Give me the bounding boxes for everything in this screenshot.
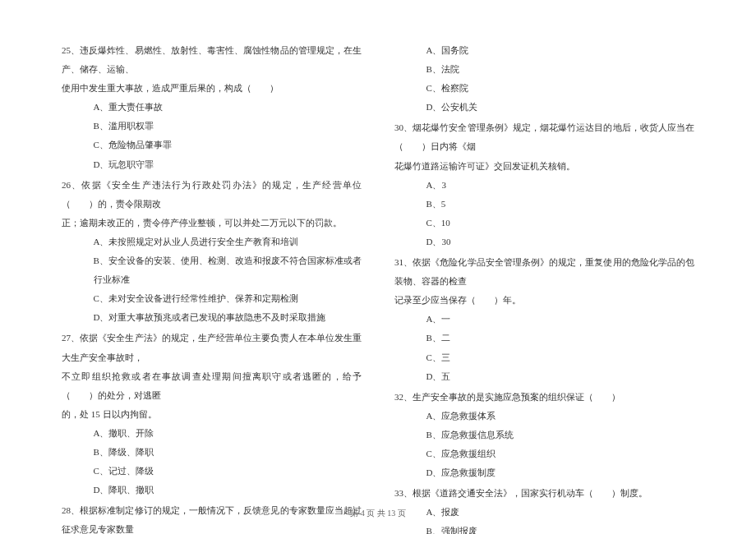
option-b: B、滥用职权罪 [62,117,362,136]
option-b: B、降级、降职 [62,443,362,462]
right-column: A、国务院 B、法院 C、检察院 D、公安机关 30、烟花爆竹安全管理条例》规定… [394,41,694,497]
question-26: 26、依据《安全生产违法行为行政处罚办法》的规定，生产经营单位（ ）的，责令限期… [62,176,362,328]
question-text: 的，处 15 日以内拘留。 [62,405,362,424]
option-a: A、重大责任事故 [62,98,362,117]
question-text: 使用中发生重大事故，造成严重后果的，构成（ ） [62,79,362,98]
option-a: A、未按照规定对从业人员进行安全生产教育和培训 [62,232,362,251]
option-c: C、危险物品肇事罪 [62,136,362,154]
question-30: 30、烟花爆竹安全管理条例》规定，烟花爆竹运达目的地后，收货人应当在（ ）日内将… [394,118,694,251]
option-c: C、应急救援组织 [394,444,694,463]
option-d: D、应急救援制度 [394,463,694,482]
option-d: D、玩忽职守罪 [62,155,362,174]
question-text: 27、依据《安全生产法》的规定，生产经营单位主要负责人在本单位发生重大生产安全事… [62,329,362,366]
option-c: C、记过、降级 [62,462,362,481]
option-a: A、3 [394,176,694,195]
page-footer: 第 4 页 共 13 页 [0,508,756,519]
option-a: A、一 [394,310,694,329]
option-b: B、二 [394,329,694,348]
question-31: 31、依据《危险化学品安全管理条例》的规定，重复使用的危险化学品的包装物、容器的… [394,253,694,386]
left-column: 25、违反爆炸性、易燃性、放射性、毒害性、腐蚀性物品的管理规定，在生产、储存、运… [62,41,362,497]
option-b: B、应急救援信息系统 [394,426,694,444]
option-d: D、30 [394,232,694,251]
option-d: D、公安机关 [394,98,694,117]
question-text: 不立即组织抢救或者在事故调查处理期间擅离职守或者逃匿的，给予（ ）的处分，对逃匿 [62,367,362,405]
option-b: B、法院 [394,60,694,79]
question-32: 32、生产安全事故的是实施应急预案的组织保证（ ） A、应急救援体系 B、应急救… [394,388,694,482]
question-text: 正；逾期未改正的，责令停产停业整顿，可以并处二万元以下的罚款。 [62,214,362,232]
document-content: 25、违反爆炸性、易燃性、放射性、毒害性、腐蚀性物品的管理规定，在生产、储存、运… [62,41,694,497]
option-c: C、检察院 [394,79,694,98]
option-a: A、应急救援体系 [394,407,694,426]
option-c: C、10 [394,214,694,232]
question-text: 32、生产安全事故的是实施应急预案的组织保证（ ） [394,388,694,407]
question-text: 花爆竹道路运输许可证》交回发证机关核销。 [394,157,694,176]
option-c: C、未对安全设备进行经常性维护、保养和定期检测 [62,289,362,308]
question-text: 25、违反爆炸性、易燃性、放射性、毒害性、腐蚀性物品的管理规定，在生产、储存、运… [62,41,362,79]
question-25: 25、违反爆炸性、易燃性、放射性、毒害性、腐蚀性物品的管理规定，在生产、储存、运… [62,41,362,174]
option-b: B、5 [394,195,694,214]
option-a: A、撤职、开除 [62,424,362,443]
question-text: 26、依据《安全生产违法行为行政处罚办法》的规定，生产经营单位（ ）的，责令限期… [62,176,362,214]
question-27: 27、依据《安全生产法》的规定，生产经营单位主要负责人在本单位发生重大生产安全事… [62,329,362,499]
option-d: D、降职、撤职 [62,481,362,499]
option-d: D、对重大事故预兆或者已发现的事故隐患不及时采取措施 [62,308,362,327]
question-29-options: A、国务院 B、法院 C、检察院 D、公安机关 [394,41,694,117]
option-a: A、国务院 [394,41,694,60]
option-b: B、强制报废 [394,522,694,534]
question-text: 31、依据《危险化学品安全管理条例》的规定，重复使用的危险化学品的包装物、容器的… [394,253,694,291]
question-text: 30、烟花爆竹安全管理条例》规定，烟花爆竹运达目的地后，收货人应当在（ ）日内将… [394,118,694,156]
option-b: B、安全设备的安装、使用、检测、改造和报废不符合国家标准或者行业标准 [62,251,362,289]
option-c: C、三 [394,348,694,367]
question-text: 记录至少应当保存（ ）年。 [394,291,694,310]
option-d: D、五 [394,367,694,386]
question-text: 33、根据《道路交通安全法》，国家实行机动车（ ）制度。 [394,484,694,503]
